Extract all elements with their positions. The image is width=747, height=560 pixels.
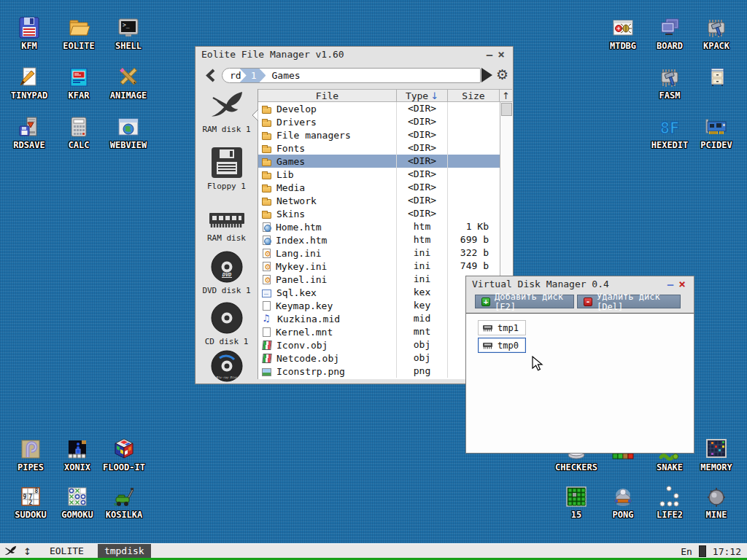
add-disk-button[interactable]: + Добавить диск [F2] bbox=[475, 295, 574, 308]
desktop-icon-fasm[interactable]: FASM bbox=[646, 66, 693, 100]
desktop-icon-hexedit[interactable]: 8F HEXEDIT bbox=[646, 115, 693, 149]
file-row[interactable]: File managers<DIR> bbox=[258, 128, 500, 141]
desktop-icon-floodit[interactable]: FLOOD-IT bbox=[101, 438, 147, 472]
kolibri-bird-icon bbox=[4, 545, 17, 557]
minimize-button[interactable]: – bbox=[665, 277, 676, 292]
eolite-titlebar[interactable]: Eolite File Manager v1.60 – × bbox=[196, 47, 513, 62]
window-switch-icon[interactable]: ↕ bbox=[23, 546, 31, 557]
desktop-icon-life2[interactable]: LIFE2 bbox=[646, 485, 693, 519]
file-row[interactable]: Lib<DIR> bbox=[258, 168, 500, 181]
device-dvd-disk-1[interactable]: DVD DVD disk 1 bbox=[196, 250, 258, 295]
file-row[interactable]: Home.htmhtm1 Kb bbox=[258, 220, 500, 233]
disk-item-tmp0[interactable]: tmp0 bbox=[478, 338, 526, 353]
device-bluray[interactable]: Blu-ray Disc bbox=[196, 349, 258, 383]
desktop-icon-kfm[interactable]: KFM bbox=[6, 16, 53, 50]
obj-books-icon bbox=[262, 341, 271, 350]
file-row[interactable]: Media<DIR> bbox=[258, 181, 500, 194]
forward-button[interactable] bbox=[481, 68, 492, 82]
file-row[interactable]: Iconv.objobj bbox=[258, 338, 500, 351]
delete-disk-button[interactable]: - Удалить диск [Del] bbox=[577, 295, 681, 308]
file-row[interactable]: Kernel.mntmnt bbox=[258, 325, 500, 338]
disk-item-tmp1[interactable]: tmp1 bbox=[478, 320, 526, 335]
desktop-icon-kosilka[interactable]: KOSILKA bbox=[101, 485, 147, 519]
file-type: htm bbox=[397, 220, 448, 233]
desktop-icon-kpack[interactable]: KPACK bbox=[693, 16, 740, 50]
desktop-icon-pcidev[interactable]: PCIDEV bbox=[693, 115, 740, 149]
desktop-icon-rdsave[interactable]: RDSAVE bbox=[6, 115, 53, 149]
file-row[interactable]: Index.htmhtm699 b bbox=[258, 233, 500, 246]
device-ram-disk-1[interactable]: RAM disk 1 bbox=[196, 90, 258, 134]
settings-gear-icon[interactable]: ⚙ bbox=[496, 66, 508, 82]
desktop-icon-board[interactable]: BOARD bbox=[646, 16, 693, 50]
icon-label: LIFE2 bbox=[646, 510, 693, 519]
device-cd-disk-1[interactable]: CD disk 1 bbox=[196, 301, 258, 346]
file-row[interactable]: Panel.iniini bbox=[258, 273, 500, 286]
file-row[interactable]: Kuzkina.midmid bbox=[258, 312, 500, 325]
scrollbar-thumb[interactable] bbox=[501, 103, 512, 116]
file-row[interactable]: Drivers<DIR> bbox=[258, 115, 500, 128]
file-name: File managers bbox=[276, 130, 351, 141]
back-button[interactable] bbox=[205, 69, 217, 85]
file-row[interactable]: Sql.kexkex bbox=[258, 286, 500, 299]
device-ram-disk[interactable]: RAM disk bbox=[196, 211, 258, 243]
desktop-icon-kfar[interactable]: KFAR bbox=[55, 66, 102, 100]
disk-label: tmp1 bbox=[498, 323, 519, 333]
desktop-icon-pipes[interactable]: PIPES bbox=[7, 438, 54, 472]
minimize-button[interactable]: – bbox=[484, 47, 495, 62]
desktop-icon-fifteen[interactable]: 15 bbox=[553, 485, 600, 519]
file-row[interactable]: Lang.iniini322 b bbox=[258, 246, 500, 260]
desktop-icon-sudoku[interactable]: 8972 SUDOKU bbox=[7, 485, 54, 519]
file-row[interactable]: Keymap.keykey bbox=[258, 299, 500, 312]
file-row[interactable]: Mykey.iniini749 b bbox=[258, 260, 500, 273]
desktop-icon-webview[interactable]: WEBVIEW bbox=[105, 115, 152, 149]
desktop-icon-mtdbg[interactable]: MTDBG bbox=[600, 16, 646, 50]
file-row[interactable]: Network<DIR> bbox=[258, 194, 500, 207]
desktop-icon-mine[interactable]: MINE bbox=[693, 485, 740, 519]
scroll-up-button[interactable]: ↑ bbox=[500, 89, 512, 102]
device-label: RAM disk 1 bbox=[196, 125, 258, 134]
desktop-icon-animage[interactable]: ANIMAGE bbox=[105, 66, 152, 100]
file-row[interactable]: Netcode.objobj bbox=[258, 351, 500, 365]
icon-label: FASM bbox=[646, 91, 693, 100]
close-button[interactable]: × bbox=[676, 277, 688, 292]
column-header-size[interactable]: Size bbox=[448, 89, 500, 102]
file-row[interactable]: Develop<DIR> bbox=[258, 102, 500, 115]
start-menu-button[interactable] bbox=[4, 545, 17, 557]
icon-label: MEMORY bbox=[693, 463, 740, 472]
file-row-selected[interactable]: Games<DIR> bbox=[258, 155, 500, 168]
close-button[interactable]: × bbox=[495, 47, 507, 62]
desktop-icon-shell[interactable]: >_ SHELL bbox=[105, 16, 152, 50]
icon-label: PONG bbox=[600, 510, 646, 519]
desktop-icon-pong[interactable]: PONG bbox=[600, 485, 646, 519]
file-size: 699 b bbox=[448, 233, 500, 246]
drawer-cabinet-icon bbox=[705, 66, 728, 89]
column-header-type[interactable]: Type↓ bbox=[397, 89, 448, 102]
icon-label: ANIMAGE bbox=[105, 91, 152, 100]
file-type: <DIR> bbox=[397, 168, 448, 181]
task-button-tmpdisk[interactable]: tmpdisk bbox=[98, 544, 151, 559]
file-name: Panel.ini bbox=[276, 274, 327, 285]
icon-label: PIPES bbox=[7, 463, 54, 472]
icon-label: MINE bbox=[693, 510, 740, 519]
breadcrumb-folder[interactable]: Games bbox=[266, 70, 300, 81]
desktop-icon-memory[interactable]: MEMORY bbox=[693, 438, 740, 472]
desktop-icon-calc[interactable]: CALC bbox=[55, 115, 102, 149]
breadcrumb[interactable]: rd 1 Games bbox=[222, 68, 481, 83]
file-name: Keymap.key bbox=[276, 300, 333, 311]
desktop-icon-drawer[interactable] bbox=[693, 66, 740, 91]
icon-label: GOMOKU bbox=[54, 510, 101, 519]
column-header-file[interactable]: File bbox=[258, 89, 397, 102]
breadcrumb-device[interactable]: rd bbox=[222, 70, 244, 81]
desktop-icon-tinypad[interactable]: TINYPAD bbox=[6, 66, 53, 100]
task-button-eolite[interactable]: EOLITE bbox=[43, 544, 90, 559]
desktop-icon-gomoku[interactable]: GOMOKU bbox=[54, 485, 101, 519]
language-indicator[interactable]: En bbox=[681, 546, 692, 557]
chip-hammer-icon bbox=[705, 16, 728, 39]
desktop-icon-xonix[interactable]: XONIX bbox=[54, 438, 101, 472]
file-row[interactable]: Fonts<DIR> bbox=[258, 141, 500, 155]
desktop-icon-eolite[interactable]: EOLITE bbox=[55, 16, 102, 50]
file-row[interactable]: Iconstrp.pngpng bbox=[258, 365, 500, 378]
vdm-titlebar[interactable]: Virtual Disk Manager 0.4 – × bbox=[466, 276, 694, 292]
file-row[interactable]: Skins<DIR> bbox=[258, 207, 500, 220]
device-floppy-1[interactable]: Floppy 1 bbox=[196, 146, 258, 191]
